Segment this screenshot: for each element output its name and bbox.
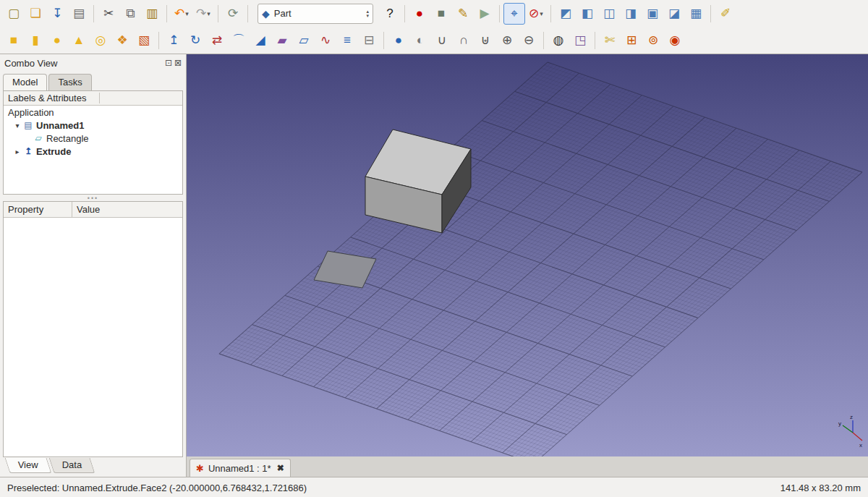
redo-dropdown-arrow[interactable]: ▾ <box>207 10 210 17</box>
spinner-down-icon[interactable]: ▾ <box>366 14 369 18</box>
float-panel-icon[interactable]: ⊡ <box>165 59 172 67</box>
view-top-button[interactable]: ◫ <box>598 3 620 25</box>
part-make-face-button[interactable]: ▰ <box>271 30 293 51</box>
draw-style-button[interactable]: ⊘▾ <box>525 3 547 25</box>
measure-distance-button[interactable]: ✐ <box>715 3 736 25</box>
part-fillet-button[interactable]: ⌒ <box>228 30 250 51</box>
view-axonometric-button[interactable]: ◩ <box>555 3 576 25</box>
part-extrude-icon: ↥ <box>169 34 179 46</box>
undo-icon: ↶ <box>174 7 184 20</box>
new-document-button[interactable]: ▢ <box>3 3 25 25</box>
open-document-icon: ❏ <box>30 7 41 20</box>
part-boolean-icon: ● <box>395 34 402 46</box>
save-document-button[interactable]: ↧ <box>46 3 68 25</box>
redo-icon: ↷ <box>196 7 206 20</box>
part-offset-icon: ⊚ <box>648 34 658 46</box>
property-table-body[interactable] <box>4 218 182 456</box>
part-box-icon: ■ <box>10 34 17 46</box>
property-column-header[interactable]: Property <box>4 202 72 217</box>
macro-edit-button[interactable]: ✎ <box>452 3 474 25</box>
part-intersection-button[interactable]: ∩ <box>453 30 475 51</box>
part-cut-button[interactable]: ◐ <box>409 30 431 51</box>
part-embed-button[interactable]: ⊕ <box>496 30 518 51</box>
part-defeaturing-button[interactable]: ✄ <box>599 30 621 51</box>
refresh-button[interactable]: ⟳ <box>222 3 244 25</box>
combo-view-tabs: Model Tasks <box>0 72 186 90</box>
freecad-document-icon: ▤ <box>22 120 34 130</box>
undo-button[interactable]: ↶▾ <box>171 3 192 25</box>
part-torus-button[interactable]: ◎ <box>90 30 111 51</box>
part-boolean-dialog-button[interactable]: ◍ <box>548 30 569 51</box>
part-sphere-button[interactable]: ● <box>46 30 68 51</box>
workbench-selector-spinner[interactable]: ▴ ▾ <box>366 9 369 18</box>
part-union-button[interactable]: ∪ <box>431 30 453 51</box>
part-thickness-button[interactable]: ◉ <box>664 30 686 51</box>
copy-button[interactable]: ⧉ <box>119 3 141 25</box>
standard-toolbar-left: ▢❏↧▤✂⧉▥↶▾↷▾⟳ <box>3 3 252 25</box>
tree-item-unnamed1[interactable]: ▾ ▤ Unnamed1 <box>4 119 182 132</box>
toolbar-separator <box>158 32 159 49</box>
tab-tasks[interactable]: Tasks <box>48 74 91 90</box>
refresh-icon: ⟳ <box>228 7 238 20</box>
toolbar-separator <box>218 5 218 22</box>
cut-button[interactable]: ✂ <box>98 3 119 25</box>
view-bottom-button[interactable]: ◪ <box>663 3 685 25</box>
undo-dropdown-arrow[interactable]: ▾ <box>185 10 189 17</box>
view-front-button[interactable]: ◧ <box>576 3 598 25</box>
view-right-button[interactable]: ◨ <box>620 3 642 25</box>
panel-splitter[interactable]: ••• <box>0 195 186 201</box>
whats-this-button[interactable]: ? <box>379 3 401 25</box>
print-button[interactable]: ▤ <box>68 3 90 25</box>
part-sweep-button[interactable]: ∿ <box>315 30 336 51</box>
view-rear-button[interactable]: ▣ <box>642 3 663 25</box>
fit-all-button[interactable]: ⌖ <box>503 3 525 25</box>
part-cylinder-button[interactable]: ▮ <box>25 30 46 51</box>
close-panel-icon[interactable]: ⊠ <box>174 59 182 67</box>
part-box-button[interactable]: ■ <box>3 30 25 51</box>
part-connect-button[interactable]: ⊎ <box>475 30 496 51</box>
part-shape-builder-button[interactable]: ▧ <box>133 30 155 51</box>
part-section-button[interactable]: ⊟ <box>358 30 380 51</box>
part-primitives-button[interactable]: ❖ <box>111 30 133 51</box>
part-loft-button[interactable]: ≡ <box>336 30 358 51</box>
part-chamfer-button[interactable]: ◢ <box>250 30 271 51</box>
part-cross-sections-button[interactable]: ⊞ <box>621 30 642 51</box>
tab-data[interactable]: Data <box>49 458 95 473</box>
copy-icon: ⧉ <box>126 7 135 20</box>
part-revolve-button[interactable]: ↻ <box>184 30 206 51</box>
macro-execute-button[interactable]: ▶ <box>474 3 495 25</box>
macro-stop-button[interactable]: ■ <box>430 3 452 25</box>
view-right-icon: ◨ <box>625 7 637 20</box>
property-view-tabs: View Data <box>0 457 186 477</box>
draw-style-dropdown-arrow[interactable]: ▾ <box>540 10 543 17</box>
workbench-selector[interactable]: ◆ Part ▴ ▾ <box>258 4 373 24</box>
part-cone-icon: ▲ <box>73 34 85 46</box>
collapse-arrow-icon[interactable]: ▸ <box>12 148 22 156</box>
tree-item-rectangle[interactable]: ▱ Rectangle <box>4 132 182 145</box>
freecad-file-icon: ✱ <box>196 463 204 474</box>
part-cone-button[interactable]: ▲ <box>68 30 90 51</box>
part-ruled-surface-button[interactable]: ▱ <box>293 30 315 51</box>
part-extrude-button[interactable]: ↥ <box>163 30 184 51</box>
part-boolean-button[interactable]: ● <box>388 30 409 51</box>
tab-model[interactable]: Model <box>3 74 47 90</box>
part-ruled-surface-icon: ▱ <box>299 34 308 46</box>
tab-view[interactable]: View <box>5 458 52 473</box>
expand-arrow-icon[interactable]: ▾ <box>12 122 22 129</box>
tree-item-extrude[interactable]: ▸ ↥ Extrude <box>4 145 182 158</box>
3d-viewport[interactable]: z y x <box>187 54 868 456</box>
part-cutout-button[interactable]: ⊖ <box>518 30 540 51</box>
open-document-button[interactable]: ❏ <box>25 3 46 25</box>
redo-button[interactable]: ↷▾ <box>192 3 214 25</box>
macro-record-button[interactable]: ● <box>409 3 430 25</box>
close-document-icon[interactable]: ✖ <box>277 463 284 473</box>
value-column-header[interactable]: Value <box>72 202 104 217</box>
part-mirror-button[interactable]: ⇄ <box>206 30 228 51</box>
part-check-geometry-button[interactable]: ◳ <box>569 30 591 51</box>
part-chamfer-icon: ◢ <box>255 34 265 46</box>
document-tab-unnamed1[interactable]: ✱ Unnamed1 : 1* ✖ <box>190 459 291 477</box>
part-offset-button[interactable]: ⊚ <box>642 30 664 51</box>
view-left-button[interactable]: ▦ <box>685 3 707 25</box>
tree-item-application[interactable]: Application <box>4 106 182 119</box>
paste-button[interactable]: ▥ <box>141 3 163 25</box>
